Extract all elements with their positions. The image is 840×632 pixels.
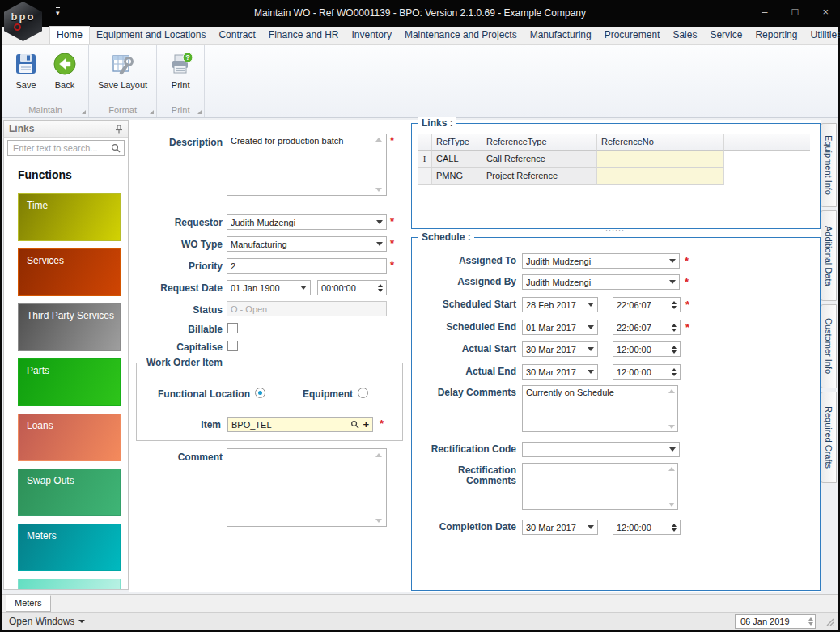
scroll-up-icon[interactable]	[375, 138, 382, 142]
tile-third-party-services[interactable]: Third Party Services	[18, 303, 121, 351]
rectification-code-dropdown[interactable]	[522, 442, 680, 457]
column-header-reftype[interactable]: RefType	[432, 134, 482, 151]
ribbon-tab-procurement[interactable]: Procurement	[598, 27, 667, 44]
open-windows-menu[interactable]: Open Windows	[9, 616, 85, 627]
ribbon-tab-service[interactable]: Service	[703, 27, 749, 44]
spin-arrows-icon[interactable]	[668, 346, 677, 354]
maximize-window-icon[interactable]: □	[792, 6, 799, 18]
column-header-referencetype[interactable]: ReferenceType	[482, 134, 597, 151]
save-button[interactable]: Save	[7, 49, 45, 92]
spin-arrows-icon[interactable]	[668, 324, 677, 332]
comment-field[interactable]	[227, 448, 387, 527]
request-date-picker[interactable]: 01 Jan 1900	[227, 280, 311, 295]
scroll-down-icon[interactable]	[668, 425, 675, 429]
splitter-handle[interactable]: ······	[605, 226, 625, 234]
ribbon-tab-manufacturing[interactable]: Manufacturing	[524, 27, 598, 44]
ribbon-tab-home[interactable]: Home	[49, 26, 90, 44]
tile-services[interactable]: Services	[18, 248, 121, 296]
completion-date-picker[interactable]: 30 Mar 2017	[522, 520, 598, 535]
column-header-referenceno[interactable]: ReferenceNo	[597, 134, 724, 151]
tile-meters[interactable]: Meters	[18, 524, 121, 571]
cell-referencetype[interactable]: Project Reference	[482, 168, 597, 185]
actual-end-time-spinner[interactable]: 12:00:00	[613, 364, 681, 380]
priority-field[interactable]	[227, 258, 387, 274]
ribbon-tab-equipment-and-locations[interactable]: Equipment and Locations	[90, 27, 212, 44]
search-icon[interactable]	[350, 420, 359, 429]
ribbon-tab-reporting[interactable]: Reporting	[749, 27, 804, 44]
scroll-down-icon[interactable]	[375, 519, 382, 523]
request-time-spinner[interactable]: 00:00:00	[317, 280, 387, 295]
cell-referencetype[interactable]: Call Reference	[482, 151, 597, 168]
dialog-launcher-icon[interactable]	[150, 110, 154, 114]
minimize-window-icon[interactable]: –	[762, 6, 767, 18]
cell-referenceno[interactable]	[597, 168, 724, 185]
tile-swap-outs[interactable]: Swap Outs	[18, 469, 121, 516]
actual-start-date-picker[interactable]: 30 Mar 2017	[522, 341, 598, 357]
add-item-icon[interactable]: +	[363, 421, 369, 429]
spin-arrows-icon[interactable]	[668, 368, 677, 376]
scheduled-start-date-picker[interactable]: 28 Feb 2017	[522, 297, 598, 312]
rectification-comments-field[interactable]	[522, 463, 678, 510]
print-button[interactable]: ? Print	[162, 49, 199, 92]
chevron-down-icon	[588, 370, 594, 374]
spin-arrows-icon[interactable]	[668, 524, 677, 532]
scheduled-end-date-picker[interactable]: 01 Mar 2017	[522, 320, 598, 335]
ribbon-tab-utilities[interactable]: Utilities	[804, 27, 840, 44]
chevron-down-icon	[300, 286, 307, 290]
save-layout-button[interactable]: Save Layout	[94, 49, 151, 92]
status-date-editor[interactable]: 06 Jan 2019	[735, 614, 816, 629]
requestor-dropdown[interactable]: Judith Mudzengi	[227, 214, 387, 230]
cell-reftype[interactable]: CALL	[432, 151, 482, 168]
capitalise-checkbox[interactable]	[227, 341, 238, 351]
ribbon-tab-maintenance-and-projects[interactable]: Maintenance and Projects	[398, 27, 524, 44]
back-button[interactable]: Back	[46, 49, 83, 92]
tab-meters[interactable]: Meters	[6, 595, 51, 612]
billable-checkbox[interactable]	[227, 323, 238, 333]
sidebar-search-input[interactable]	[11, 142, 111, 154]
tab-equipment-info[interactable]: Equipment Info	[821, 123, 837, 207]
item-lookup-field[interactable]: BPO_TEL +	[227, 417, 373, 432]
spin-arrows-icon[interactable]	[375, 284, 383, 292]
completion-time-spinner[interactable]: 12:00:00	[613, 520, 681, 535]
ribbon-tab-sales[interactable]: Sales	[666, 27, 703, 44]
scroll-up-icon[interactable]	[375, 453, 382, 457]
scroll-down-icon[interactable]	[668, 503, 675, 507]
tab-required-crafts[interactable]: Required Crafts	[821, 392, 837, 483]
scheduled-start-time-spinner[interactable]: 22:06:07	[613, 297, 681, 312]
assigned-to-dropdown[interactable]: Judith Mudzengi	[522, 253, 680, 269]
links-grid-row[interactable]: PMNG Project Reference	[418, 168, 810, 185]
actual-end-date-picker[interactable]: 30 Mar 2017	[522, 364, 598, 380]
spin-arrows-icon[interactable]	[668, 301, 677, 309]
tile-partial[interactable]	[18, 579, 121, 590]
ribbon-tab-contract[interactable]: Contract	[212, 27, 261, 44]
equipment-radio[interactable]	[358, 388, 368, 398]
links-grid-row[interactable]: I CALL Call Reference	[418, 151, 810, 168]
wo-type-dropdown[interactable]: Manufacturing	[227, 236, 387, 252]
functional-location-radio[interactable]	[255, 388, 265, 398]
dialog-launcher-icon[interactable]	[82, 110, 86, 114]
scroll-up-icon[interactable]	[668, 467, 675, 471]
close-window-icon[interactable]: ×	[822, 6, 829, 18]
tab-customer-info[interactable]: Customer Info	[821, 304, 837, 388]
assigned-by-dropdown[interactable]: Judith Mudzengi	[522, 274, 680, 290]
description-field[interactable]: Created for production batch -	[227, 134, 387, 196]
dialog-launcher-icon[interactable]	[197, 110, 202, 114]
scroll-up-icon[interactable]	[668, 389, 675, 393]
row-indicator	[418, 168, 432, 185]
cell-reftype[interactable]: PMNG	[432, 168, 482, 185]
tile-parts[interactable]: Parts	[18, 358, 121, 406]
pin-icon[interactable]	[114, 125, 123, 134]
ribbon-tab-inventory[interactable]: Inventory	[346, 27, 398, 44]
scheduled-end-time-spinner[interactable]: 22:06:07	[613, 320, 681, 335]
tile-loans[interactable]: Loans	[18, 414, 121, 461]
ribbon-tab-finance-and-hr[interactable]: Finance and HR	[262, 27, 346, 44]
scroll-down-icon[interactable]	[375, 188, 382, 192]
search-icon[interactable]	[111, 143, 121, 153]
tab-additional-data[interactable]: Additional Data	[821, 210, 837, 301]
actual-start-time-spinner[interactable]: 12:00:00	[613, 341, 681, 357]
delay-comments-field[interactable]: Currently on Schedule	[522, 385, 678, 432]
spin-arrows-icon[interactable]	[805, 617, 813, 626]
resize-grip-icon[interactable]	[824, 616, 834, 626]
tile-time[interactable]: Time	[18, 193, 121, 241]
cell-referenceno[interactable]	[597, 151, 724, 168]
